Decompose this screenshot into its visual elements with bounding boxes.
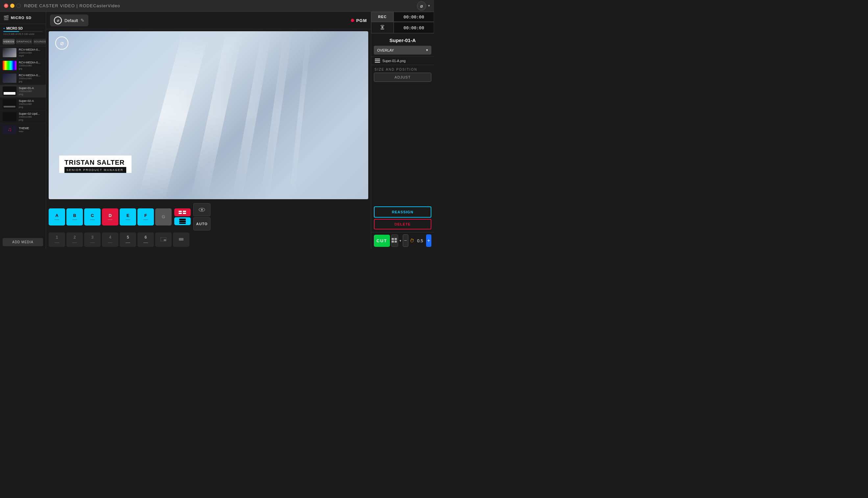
auto-button[interactable]: AUTO xyxy=(193,217,210,231)
switcher-sub-c: —— xyxy=(90,218,95,221)
preview-area: ⌀ TRISTAN SALTER SENIOR PRODUCT MANAGER xyxy=(49,31,368,199)
media-thumb xyxy=(3,61,16,70)
minus-button[interactable]: − xyxy=(403,234,408,247)
media-info: Super-01-A 1920x1080 png xyxy=(19,87,43,96)
timing-value: 0.5 xyxy=(416,238,425,243)
switcher-label-d: D xyxy=(108,213,111,218)
add-media-button[interactable]: ADD MEDIA xyxy=(3,238,43,246)
switcher-btn-d[interactable]: D —— xyxy=(102,208,118,225)
media-library-title: MICRO SD xyxy=(11,16,31,20)
media-name: THEME xyxy=(19,127,43,130)
right-panel: REC 00:00:00 00:00:00 Super-01-A OVERLAY… xyxy=(371,12,434,249)
tab-sounds[interactable]: SOUNDS xyxy=(33,39,46,44)
bottom-controls: CUT ▾ − ⏱ 0.5 + xyxy=(371,232,434,249)
list-item[interactable]: Super-02-A 1920x1080 png xyxy=(0,97,46,110)
pip-icon xyxy=(160,237,166,241)
list-item[interactable]: RCV-MEDIA-0... 1920x1080 jpg xyxy=(0,59,46,72)
lower-third-name: TRISTAN SALTER xyxy=(64,159,126,166)
switcher-sub-d: —— xyxy=(108,218,113,221)
svg-rect-14 xyxy=(375,60,380,61)
maximize-button[interactable] xyxy=(16,4,21,8)
media-meta: 1920x1080 xyxy=(19,115,43,118)
switcher-row-top: A —— B —— C —— D —— E —— F —— xyxy=(46,201,371,232)
list-item[interactable]: RCV-MEDIA-0... 1920x1080 mp4 xyxy=(0,47,46,59)
user-icon[interactable]: ⌀ xyxy=(417,1,426,11)
switcher-sub-b: —— xyxy=(73,218,77,221)
switcher-num-blank1[interactable] xyxy=(155,232,172,247)
pgm-label: PGM xyxy=(356,18,367,23)
svg-rect-6 xyxy=(179,223,186,224)
center-area: ⌀ Default ✎ PGM ⌀ xyxy=(46,12,371,249)
svg-rect-19 xyxy=(395,240,397,243)
sidebar: 🎬 MICRO SD ▪ MICRO SD 111.9 MB of 29.5 G… xyxy=(0,12,46,249)
list-item[interactable]: ♫ THEME wav xyxy=(0,123,46,136)
light-streak-5 xyxy=(289,31,311,199)
plus-button[interactable]: + xyxy=(426,234,431,247)
switcher-special-top[interactable] xyxy=(174,208,191,216)
broadcast-icon xyxy=(380,25,385,29)
grid-dropdown-arrow[interactable]: ▾ xyxy=(399,239,402,243)
svg-point-8 xyxy=(201,209,203,211)
pgm-dot xyxy=(351,19,354,22)
tab-graphics[interactable]: GRAPHICS xyxy=(16,39,32,44)
switcher-num-1[interactable]: 1—— xyxy=(49,232,65,247)
main-layout: 🎬 MICRO SD ▪ MICRO SD 111.9 MB of 29.5 G… xyxy=(0,12,434,249)
switcher-num-2[interactable]: 2—— xyxy=(66,232,83,247)
app-title-sub: RODECasterVideo xyxy=(80,3,120,8)
layers-icon xyxy=(179,219,186,224)
dropdown-arrow[interactable]: ▾ xyxy=(428,4,430,8)
rec-row2: 00:00:00 xyxy=(371,22,434,34)
switcher-num-3[interactable]: 3—— xyxy=(84,232,101,247)
list-item-selected[interactable]: Super-01-A 1920x1080 png xyxy=(0,85,46,97)
svg-rect-0 xyxy=(179,211,182,212)
media-type: mp4 xyxy=(19,54,43,57)
minimize-button[interactable] xyxy=(10,4,14,8)
switcher-btn-f[interactable]: F —— xyxy=(137,208,154,225)
spacer xyxy=(371,84,434,207)
svg-point-12 xyxy=(382,27,383,28)
switcher-btn-g[interactable]: G xyxy=(155,208,172,225)
layers-icon xyxy=(374,58,380,63)
media-info: RCV-MEDIA-0... 1920x1080 jpg xyxy=(19,61,43,70)
cut-button[interactable]: CUT xyxy=(374,235,390,247)
media-type: png xyxy=(19,93,43,96)
app-title-rode: RØDE CASTER VIDEO xyxy=(24,3,75,8)
switcher-num-6[interactable]: 6—— xyxy=(137,232,154,247)
media-info: Super-02-A 1920x1080 png xyxy=(19,99,43,108)
app-title: RØDE CASTER VIDEO | RODECasterVideo xyxy=(24,3,120,8)
delete-button[interactable]: DELETE xyxy=(374,219,431,230)
scene-selector[interactable]: ⌀ Default ✎ xyxy=(50,14,89,26)
stream-button[interactable] xyxy=(371,22,394,33)
switcher-sub-e: —— xyxy=(126,218,130,221)
switcher-num-blank2[interactable] xyxy=(173,232,189,247)
visibility-button[interactable] xyxy=(193,203,210,216)
media-thumb xyxy=(3,74,16,83)
switcher-label-e: E xyxy=(127,213,130,218)
switcher-label-b: B xyxy=(73,213,76,218)
rec-button[interactable]: REC xyxy=(371,12,394,22)
switcher-special-bottom[interactable] xyxy=(174,217,191,225)
svg-rect-15 xyxy=(375,62,380,63)
reassign-button[interactable]: REASSIGN xyxy=(374,207,431,218)
overlay-dropdown[interactable]: OVERLAY ▾ xyxy=(374,46,431,55)
switcher-num-4[interactable]: 4—— xyxy=(102,232,118,247)
single-icon xyxy=(178,237,184,241)
switcher-label-a: A xyxy=(55,213,58,218)
list-item[interactable]: Super-02-Upd... 1920x1080 png xyxy=(0,110,46,123)
switcher-btn-b[interactable]: B —— xyxy=(66,208,83,225)
switcher-btn-e[interactable]: E —— xyxy=(120,208,136,225)
layer-name: Super-01-A.png xyxy=(382,59,406,63)
switcher-btn-a[interactable]: A —— xyxy=(49,208,65,225)
adjust-button[interactable]: ADJUST xyxy=(374,73,431,82)
layer-row: Super-01-A.png xyxy=(371,56,434,65)
switcher-num-5[interactable]: 5—— xyxy=(120,232,136,247)
switcher-btn-c[interactable]: C —— xyxy=(84,208,101,225)
list-item[interactable]: RCV-MEDIA-0... 1920x1080 jpg xyxy=(0,72,46,85)
grid-view-button[interactable] xyxy=(391,234,398,247)
edit-icon[interactable]: ✎ xyxy=(81,18,84,23)
pgm-indicator: PGM xyxy=(351,18,367,23)
close-button[interactable]: ✕ xyxy=(4,4,8,8)
svg-rect-4 xyxy=(179,219,186,220)
media-name: RCV-MEDIA-0... xyxy=(19,61,43,64)
tab-videos[interactable]: VIDEOS xyxy=(3,39,15,44)
